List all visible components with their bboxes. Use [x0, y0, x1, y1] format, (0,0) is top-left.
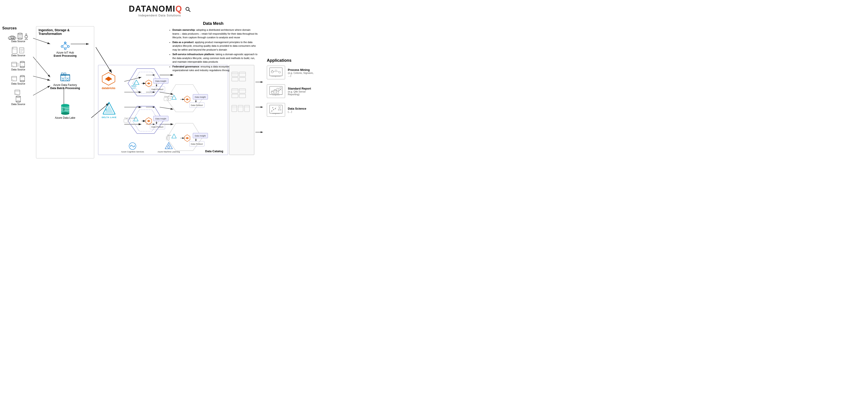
app-data-science: Data Science (…) — [267, 103, 317, 117]
catalog-row-1 — [231, 72, 252, 82]
svg-text:Data Insight: Data Insight — [195, 135, 206, 137]
svg-text:Data Product: Data Product — [191, 104, 203, 106]
svg-line-1 — [189, 10, 190, 12]
app-process-mining-text: Process Mining (e.g. Celonis, Signavio, … — [288, 68, 317, 77]
data-lake-label: Azure Data Lake — [55, 116, 75, 120]
svg-line-195 — [280, 89, 281, 91]
svg-rect-120 — [124, 119, 128, 123]
app-process-mining: Process Mining (e.g. Celonis, Signavio, … — [267, 66, 317, 79]
source-item-2: Data Source — [2, 47, 34, 57]
svg-point-182 — [275, 70, 277, 72]
source-item-1: Data Source — [2, 33, 34, 43]
svg-rect-38 — [25, 36, 28, 38]
svg-line-74 — [63, 47, 65, 48]
ingestion-title: Ingestion, Storage & Transformation — [38, 28, 92, 36]
data-catalog-section — [229, 65, 254, 155]
svg-text:Event Log: Event Log — [164, 96, 173, 98]
source-item-5: >_ Data Source — [2, 89, 34, 105]
svg-point-43 — [13, 48, 13, 48]
source-label-5: Data Source — [11, 103, 25, 105]
svg-rect-163 — [232, 105, 237, 112]
svg-marker-94 — [134, 80, 139, 84]
data-lake-item: Azure Data Lake — [38, 103, 92, 120]
svg-rect-155 — [232, 77, 238, 81]
svg-rect-37 — [26, 34, 27, 36]
svg-point-82 — [62, 79, 64, 80]
svg-text:Fact Schema: Fact Schema — [125, 117, 135, 119]
svg-point-71 — [64, 48, 66, 50]
tagline: Independent Data Solutions — [0, 14, 319, 17]
svg-line-206 — [279, 108, 280, 109]
source-item-3: >_ Data Source — [2, 61, 34, 71]
datamesh-item-3: Self-service infrastructure platform: ta… — [173, 53, 258, 64]
databricks-label: databricks — [102, 87, 115, 90]
iot-hub-label: Azure IoT HubEvent Processing — [54, 51, 76, 58]
process-mining-icon-box — [267, 66, 285, 79]
svg-rect-157 — [232, 89, 238, 93]
svg-line-72 — [62, 44, 65, 46]
svg-text:>_: >_ — [15, 92, 18, 94]
svg-text:LAKE: LAKE — [131, 87, 135, 89]
svg-rect-52 — [17, 63, 19, 66]
app-standard-report: Standard Report (e.g. Qlik Sense Reporti… — [267, 84, 317, 98]
svg-rect-167 — [238, 105, 243, 112]
azure-services-bottom: Azure Cognitive Services — [121, 142, 144, 153]
svg-point-205 — [279, 106, 280, 108]
cognitive-services-label: Azure Cognitive Services — [121, 150, 144, 153]
svg-line-194 — [280, 89, 280, 91]
svg-rect-162 — [239, 94, 246, 98]
svg-text:Data Insight: Data Insight — [155, 117, 166, 120]
svg-point-144 — [130, 146, 131, 146]
svg-point-183 — [279, 71, 280, 73]
svg-line-73 — [65, 44, 68, 46]
app-standard-report-text: Standard Report (e.g. Qlik Sense Reporti… — [288, 87, 317, 96]
datamesh-item-1: Domain ownership: adopting a distributed… — [173, 28, 258, 39]
datamesh-title: Data Mesh — [169, 21, 258, 27]
data-factory-item: Azure Data FactoryData Batch Processing — [38, 71, 92, 90]
svg-rect-156 — [239, 77, 246, 81]
source-label-2: Data Source — [11, 54, 25, 57]
svg-text:>_: >_ — [12, 65, 14, 67]
svg-point-203 — [275, 108, 276, 109]
svg-rect-84 — [61, 74, 70, 76]
svg-text:Data Product: Data Product — [191, 143, 203, 145]
svg-rect-76 — [65, 42, 66, 43]
svg-line-75 — [66, 47, 67, 48]
datamesh-item-2: Data as a product: applying product mana… — [173, 40, 258, 52]
standard-report-icon-box — [267, 84, 285, 98]
datamesh-outer-box: databricks Δ DELTA LAKE Δ — [98, 65, 228, 155]
svg-point-208 — [278, 109, 279, 110]
applications-section: Applications Process — [267, 58, 317, 122]
source-label-3: Data Source — [11, 68, 25, 71]
iot-hub-item: Azure IoT HubEvent Processing — [38, 40, 92, 58]
svg-text:Δ: Δ — [105, 108, 107, 111]
svg-rect-169 — [245, 105, 249, 112]
source-label-1: Data Source — [11, 40, 25, 43]
svg-point-209 — [280, 109, 281, 110]
svg-rect-44 — [20, 47, 24, 53]
svg-point-193 — [280, 87, 281, 89]
svg-rect-161 — [232, 94, 238, 98]
svg-point-145 — [134, 146, 135, 146]
delta-lake-big-logo: Δ DELTA LAKE — [102, 102, 117, 118]
app-data-science-text: Data Science (…) — [288, 107, 306, 113]
svg-point-147 — [167, 146, 170, 148]
svg-rect-40 — [25, 39, 27, 40]
svg-text:Data Insight: Data Insight — [195, 96, 206, 98]
svg-text:Files: Files — [167, 134, 171, 136]
applications-title: Applications — [267, 58, 317, 63]
svg-text:>_: >_ — [12, 79, 14, 81]
catalog-row-2 — [231, 88, 252, 98]
svg-line-184 — [274, 71, 275, 72]
data-factory-label: Azure Data FactoryData Batch Processing — [50, 83, 80, 90]
svg-text:Data Insight: Data Insight — [155, 80, 166, 82]
delta-lake-label: DELTA LAKE — [102, 116, 117, 118]
svg-text:DELTA: DELTA — [131, 85, 136, 87]
svg-rect-153 — [239, 72, 246, 76]
svg-rect-108 — [168, 98, 171, 101]
source-label-4: Data Source — [11, 82, 25, 85]
source-item-4: >_ Data Source — [2, 75, 34, 85]
svg-rect-159 — [239, 89, 246, 93]
logo: DATANOMIQ — [0, 4, 319, 14]
data-catalog-label: Data Catalog — [205, 149, 223, 153]
